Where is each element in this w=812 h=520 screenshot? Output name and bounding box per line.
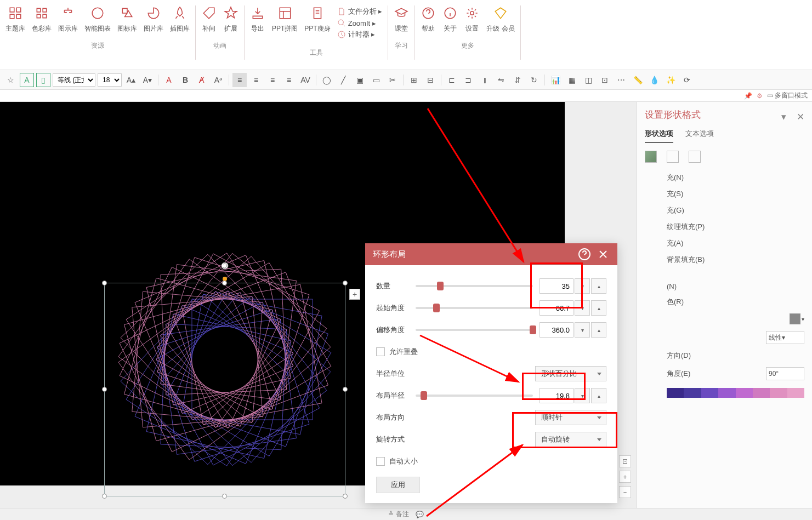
count-input[interactable]	[540, 278, 573, 294]
count-dec[interactable]: ▾	[575, 278, 590, 294]
layout-tool-btn[interactable]: ⊡	[598, 73, 612, 87]
radius-inc[interactable]: ▴	[591, 388, 606, 403]
size-tab-icon[interactable]	[689, 151, 701, 163]
rotate-btn[interactable]: ↻	[527, 73, 541, 87]
superscript-btn[interactable]: Aᵃ	[211, 73, 225, 87]
align-center-btn[interactable]: ≡	[249, 73, 263, 87]
resize-handle[interactable]	[102, 494, 107, 499]
selection-box[interactable]: +	[104, 283, 345, 496]
tab-shape-options[interactable]: 形状选项	[645, 129, 673, 143]
outline-btn[interactable]: ▭	[369, 73, 383, 87]
add-button[interactable]: +	[349, 289, 360, 300]
count-inc[interactable]: ▴	[591, 278, 606, 294]
textbox-v-btn[interactable]: ▯	[36, 73, 50, 87]
offsetangle-input[interactable]	[540, 322, 573, 338]
align-left-btn[interactable]: ≡	[232, 73, 247, 87]
startangle-dec[interactable]: ▾	[575, 300, 590, 316]
angle-input[interactable]: 90°	[766, 367, 804, 380]
fill-option[interactable]: 纹理填充(P)	[645, 219, 804, 235]
radiusunit-select[interactable]: 形状百分比	[535, 366, 606, 381]
resize-handle[interactable]	[343, 494, 348, 499]
startangle-inc[interactable]: ▴	[591, 300, 606, 316]
resize-handle[interactable]	[222, 494, 227, 499]
fontsize-dec-btn[interactable]: A▾	[140, 73, 155, 87]
ribbon-pptjoin[interactable]: PPT拼图	[269, 5, 301, 41]
align-tool-btn[interactable]: ⊏	[445, 73, 459, 87]
line-option[interactable]: (N)	[645, 279, 804, 294]
ribbon-about[interactable]: 关于	[439, 5, 461, 33]
shape-btn[interactable]: ◯	[320, 73, 334, 87]
rotate-select[interactable]: 自动旋转	[535, 432, 606, 447]
ribbon-zoomit[interactable]: ZoomIt ▸	[337, 18, 376, 28]
count-slider[interactable]	[416, 285, 533, 287]
offsetangle-dec[interactable]: ▾	[575, 322, 590, 338]
refresh-btn[interactable]: ⟳	[680, 73, 694, 87]
textbox-h-btn[interactable]: A	[20, 73, 34, 87]
ribbon-iconlib[interactable]: 图标库	[114, 5, 140, 33]
radius-dec[interactable]: ▾	[575, 388, 590, 403]
pin-icon[interactable]: 📌	[744, 92, 752, 100]
resize-handle[interactable]	[343, 281, 348, 285]
fill-option[interactable]: 充(A)	[645, 235, 804, 252]
panel-close-icon[interactable]: ✕	[797, 111, 804, 119]
tool-btn[interactable]: ☆	[3, 73, 18, 87]
magic-btn[interactable]: ✨	[663, 73, 678, 87]
flip-v-btn[interactable]: ⇵	[510, 73, 525, 87]
ribbon-class[interactable]: 课堂	[390, 5, 412, 33]
radius-slider[interactable]	[416, 395, 533, 397]
chart-btn[interactable]: 📊	[548, 73, 563, 87]
line-btn[interactable]: ╱	[336, 73, 350, 87]
fill-option[interactable]: 背景填充(B)	[645, 252, 804, 268]
ribbon-illus[interactable]: 插图库	[167, 5, 193, 33]
rotate-handle[interactable]	[220, 261, 229, 270]
color-swatch[interactable]	[790, 313, 800, 324]
linetype-select[interactable]: 线性 ▾	[766, 331, 804, 344]
gear-icon[interactable]: ⚙	[757, 92, 763, 100]
distribute-btn[interactable]: ⊐	[461, 73, 475, 87]
tab-text-options[interactable]: 文本选项	[685, 129, 714, 143]
font-select[interactable]: 等线 (正文)	[53, 73, 95, 87]
gradient-stops[interactable]	[667, 388, 804, 398]
ribbon-export[interactable]: 导出	[247, 5, 269, 41]
ribbon-extend[interactable]: 扩展	[220, 5, 242, 33]
resize-handle[interactable]	[102, 387, 107, 392]
multiwindow-toggle[interactable]: ▭ 多窗口模式	[767, 91, 808, 100]
notes-label[interactable]: ≙ 备注	[388, 510, 408, 519]
line-option[interactable]: 色(R)	[645, 294, 804, 310]
clearformat-btn[interactable]: A̸	[195, 73, 209, 87]
flip-h-btn[interactable]: ⇋	[494, 73, 508, 87]
radius-input[interactable]	[540, 388, 573, 403]
spacing-btn[interactable]: AV	[298, 73, 313, 87]
fillcolor-btn[interactable]: ▣	[353, 73, 367, 87]
apply-button[interactable]: 应用	[376, 477, 420, 493]
overlap-checkbox[interactable]	[376, 347, 385, 356]
ribbon-pptslim[interactable]: PPT瘦身	[301, 5, 333, 41]
close-icon[interactable]	[597, 248, 610, 261]
ribbon-palette[interactable]: 色彩库	[29, 5, 55, 33]
align-right-btn[interactable]: ≡	[265, 73, 280, 87]
resize-handle[interactable]	[343, 387, 348, 392]
startangle-slider[interactable]	[416, 307, 533, 309]
fontcolor-btn[interactable]: A	[162, 73, 176, 87]
direction-select[interactable]: 顺时针	[535, 410, 606, 425]
fill-tab-icon[interactable]	[645, 151, 657, 163]
panel-menu-icon[interactable]: ▾	[781, 111, 789, 119]
fill-option[interactable]: 充(G)	[645, 202, 804, 219]
fill-option[interactable]: 充(N)	[645, 169, 804, 186]
ribbon-smart[interactable]: 智能图表	[81, 5, 114, 33]
ribbon-diagram[interactable]: 图示库	[55, 5, 81, 33]
resize-handle[interactable]	[222, 281, 227, 285]
bold-btn[interactable]: B	[178, 73, 192, 87]
resize-handle[interactable]	[102, 281, 107, 285]
ruler-btn[interactable]: 📏	[631, 73, 645, 87]
startangle-input[interactable]	[540, 300, 573, 316]
ungroup-btn[interactable]: ⊟	[423, 73, 438, 87]
ribbon-tween[interactable]: 补间	[198, 5, 220, 33]
group-btn[interactable]: ⊞	[407, 73, 421, 87]
offsetangle-inc[interactable]: ▴	[591, 322, 606, 338]
combine-btn[interactable]: ◫	[581, 73, 595, 87]
more-btn[interactable]: ⋯	[614, 73, 628, 87]
fit-btn[interactable]: ⊡	[619, 455, 631, 467]
ribbon-help[interactable]: 帮助	[417, 5, 439, 33]
ribbon-analyze[interactable]: 文件分析 ▸	[337, 5, 383, 18]
